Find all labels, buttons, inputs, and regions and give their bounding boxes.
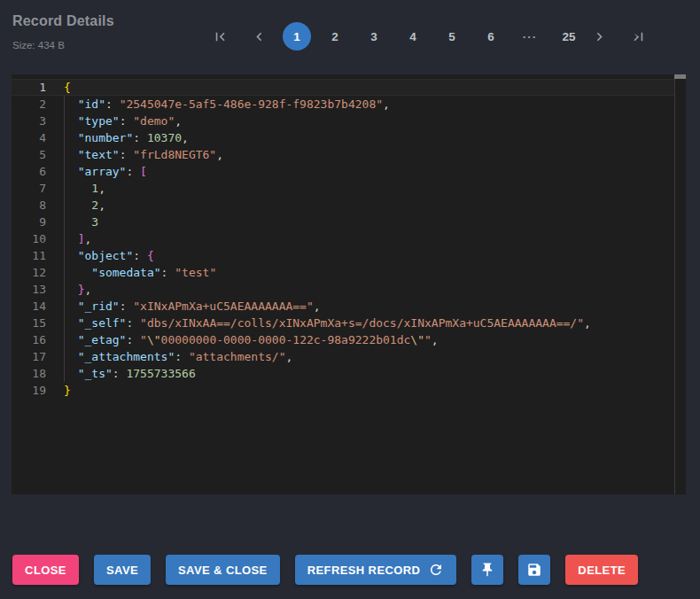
code-text: "_self": "dbs/xINxAA==/colls/xINxAPmXa+s… xyxy=(46,315,591,331)
line-number: 7 xyxy=(12,180,46,197)
json-editor[interactable]: 1{2 "id": "2545047e-5af5-486e-928f-f9823… xyxy=(12,74,686,494)
page-button-3[interactable]: 3 xyxy=(359,22,389,51)
editor-line[interactable]: 14 "_rid": "xINxAPmXa+uC5AEAAAAAAA==", xyxy=(12,298,674,315)
line-number: 17 xyxy=(12,348,46,365)
editor-line[interactable]: 6 "array": [ xyxy=(12,163,674,180)
line-number: 1 xyxy=(12,79,46,96)
code-text: ], xyxy=(46,230,91,247)
line-number: 14 xyxy=(12,298,46,315)
chevron-left-icon xyxy=(251,28,268,45)
line-number: 6 xyxy=(12,163,46,180)
delete-button-label: DELETE xyxy=(578,564,626,577)
editor-lines: 1{2 "id": "2545047e-5af5-486e-928f-f9823… xyxy=(12,79,674,399)
code-text: } xyxy=(46,382,71,399)
page-button-1[interactable]: 1 xyxy=(283,22,311,51)
action-bar: CLOSE SAVE SAVE & CLOSE REFRESH RECORD D… xyxy=(12,555,638,585)
next-page-button[interactable] xyxy=(584,22,614,51)
code-text: 1, xyxy=(46,180,105,197)
delete-button[interactable]: DELETE xyxy=(565,555,638,585)
line-number: 12 xyxy=(12,264,46,281)
save-and-close-button-label: SAVE & CLOSE xyxy=(178,564,268,577)
editor-line[interactable]: 7 1, xyxy=(12,180,674,197)
code-text: "somedata": "test" xyxy=(46,264,216,281)
code-text: "_ts": 1755733566 xyxy=(46,365,196,382)
last-page-icon xyxy=(630,28,647,45)
first-page-icon xyxy=(212,28,229,45)
code-text: "type": "demo", xyxy=(46,113,182,129)
line-number: 18 xyxy=(12,365,46,382)
close-button-label: CLOSE xyxy=(25,564,66,577)
page-title: Record Details xyxy=(12,13,114,29)
prev-page-button[interactable] xyxy=(244,22,274,51)
editor-line[interactable]: 11 "object": { xyxy=(12,247,674,264)
code-text: }, xyxy=(46,281,91,298)
chevron-right-icon xyxy=(591,28,608,45)
line-number: 8 xyxy=(12,197,46,214)
line-number: 3 xyxy=(12,113,46,129)
code-text: "_etag": "\"00000000-0000-0000-122c-98a9… xyxy=(46,331,439,348)
close-button[interactable]: CLOSE xyxy=(12,555,79,585)
save-and-close-button[interactable]: SAVE & CLOSE xyxy=(166,555,280,585)
editor-line[interactable]: 3 "type": "demo", xyxy=(12,113,674,129)
page-number-list: 123456···25 xyxy=(283,22,584,51)
code-text: "_attachments": "attachments/", xyxy=(46,348,292,365)
save-disk-icon xyxy=(526,562,542,578)
refresh-record-button[interactable]: REFRESH RECORD xyxy=(295,555,457,585)
editor-scrollbar[interactable] xyxy=(674,74,686,494)
line-number: 15 xyxy=(12,315,46,331)
line-number: 5 xyxy=(12,146,46,163)
code-text: "number": 10370, xyxy=(46,129,189,146)
first-page-button[interactable] xyxy=(205,22,235,51)
code-text: 2, xyxy=(46,197,105,214)
pagination: 123456···25 xyxy=(205,22,653,51)
editor-line[interactable]: 1{ xyxy=(12,79,674,96)
line-number: 11 xyxy=(12,247,46,264)
page-button-2[interactable]: 2 xyxy=(320,22,350,51)
line-number: 13 xyxy=(12,281,46,298)
page-button-5[interactable]: 5 xyxy=(437,22,467,51)
editor-line[interactable]: 12 "somedata": "test" xyxy=(12,264,674,281)
editor-line[interactable]: 8 2, xyxy=(12,197,674,214)
editor-line[interactable]: 5 "text": "frLd8NEGT6", xyxy=(12,146,674,163)
editor-line[interactable]: 13 }, xyxy=(12,281,674,298)
editor-line[interactable]: 16 "_etag": "\"00000000-0000-0000-122c-9… xyxy=(12,331,674,348)
code-text: "id": "2545047e-5af5-486e-928f-f9823b7b4… xyxy=(46,96,390,113)
code-text: "array": [ xyxy=(46,163,147,180)
page-button-25[interactable]: 25 xyxy=(554,22,584,51)
editor-line[interactable]: 19} xyxy=(12,382,674,399)
save-button-label: SAVE xyxy=(106,564,138,577)
line-number: 2 xyxy=(12,96,46,113)
refresh-icon xyxy=(428,562,444,578)
editor-line[interactable]: 4 "number": 10370, xyxy=(12,129,674,146)
save-button[interactable]: SAVE xyxy=(94,555,151,585)
editor-line[interactable]: 17 "_attachments": "attachments/", xyxy=(12,348,674,365)
page-ellipsis: ··· xyxy=(515,22,545,51)
refresh-record-button-label: REFRESH RECORD xyxy=(307,564,421,577)
record-size-label: Size: 434 B xyxy=(12,40,65,51)
editor-line[interactable]: 2 "id": "2545047e-5af5-486e-928f-f9823b7… xyxy=(12,96,674,113)
editor-line[interactable]: 15 "_self": "dbs/xINxAA==/colls/xINxAPmX… xyxy=(12,315,674,331)
code-text: "text": "frLd8NEGT6", xyxy=(46,146,223,163)
line-number: 9 xyxy=(12,214,46,230)
pin-record-button[interactable] xyxy=(471,555,503,585)
editor-line[interactable]: 10 ], xyxy=(12,230,674,247)
editor-line[interactable]: 9 3 xyxy=(12,214,674,230)
last-page-button[interactable] xyxy=(623,22,653,51)
line-number: 19 xyxy=(12,382,46,399)
code-text: { xyxy=(46,79,71,96)
download-record-button[interactable] xyxy=(518,555,550,585)
code-text: 3 xyxy=(46,214,98,230)
page-button-6[interactable]: 6 xyxy=(476,22,506,51)
line-number: 4 xyxy=(12,129,46,146)
line-number: 10 xyxy=(12,230,46,247)
pin-icon xyxy=(479,562,495,578)
editor-line[interactable]: 18 "_ts": 1755733566 xyxy=(12,365,674,382)
editor-scrollbar-thumb[interactable] xyxy=(674,74,686,79)
code-text: "object": { xyxy=(46,247,154,264)
code-text: "_rid": "xINxAPmXa+uC5AEAAAAAAA==", xyxy=(46,298,321,315)
page-button-4[interactable]: 4 xyxy=(398,22,428,51)
line-number: 16 xyxy=(12,331,46,348)
